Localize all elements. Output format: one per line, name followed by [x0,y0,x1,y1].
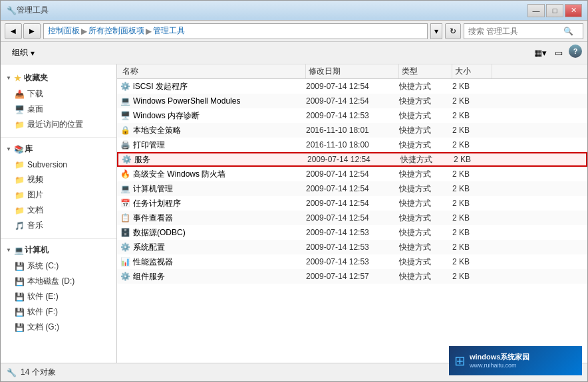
help-button[interactable]: ? [569,45,582,58]
file-name-label: 任务计划程序 [133,198,181,209]
sidebar-item-music[interactable]: 🎵 音乐 [1,218,116,233]
sidebar-item-e-drive[interactable]: 💾 软件 (E:) [1,289,116,304]
sidebar: ▼ ★ 收藏夹 📥 下载 🖥️ 桌面 📁 最近访问的位置 [1,64,117,363]
computer-header[interactable]: ▼ 💻 计算机 [1,242,116,258]
sidebar-item-subversion[interactable]: 📁 Subversion [1,157,116,172]
sidebar-item-label: 下载 [27,88,43,100]
table-row[interactable]: 🖥️ Windows 内存诊断 2009-07-14 12:53 快捷方式 2 … [117,108,587,123]
sidebar-item-f-drive[interactable]: 💾 软件 (F:) [1,304,116,320]
table-row[interactable]: 🔒 本地安全策略 2016-11-10 18:01 快捷方式 2 KB [117,123,587,138]
address-box[interactable]: 控制面板 ▶ 所有控制面板项 ▶ 管理工具 [43,23,428,39]
file-name-label: 性能监视器 [133,256,173,268]
table-row[interactable]: 📊 性能监视器 2009-07-14 12:53 快捷方式 2 KB [117,254,587,269]
f-drive-icon: 💾 [14,307,25,318]
sidebar-item-pictures[interactable]: 📁 图片 [1,187,116,203]
file-size-cell: 2 KB [452,272,492,281]
change-view-button[interactable]: ▦▾ [531,45,549,62]
file-type-cell: 快捷方式 [399,96,452,107]
file-icon: 🖨️ [120,140,130,150]
table-row[interactable]: 📅 任务计划程序 2009-07-14 12:54 快捷方式 2 KB [117,196,587,211]
search-icon[interactable]: 🔍 [561,24,575,39]
col-header-type[interactable]: 类型 [399,64,452,78]
sidebar-item-g-drive[interactable]: 💾 文档 (G:) [1,320,116,335]
file-name-cell: ⚙️ 系统配置 [120,242,306,253]
library-arrow: ▼ [6,146,11,152]
favorites-header[interactable]: ▼ ★ 收藏夹 [1,70,116,86]
table-row[interactable]: ⚙️ 服务 2009-07-14 12:54 快捷方式 2 KB [117,152,587,167]
path-all-items[interactable]: 所有控制面板项 [88,25,144,37]
search-input[interactable] [468,27,561,36]
col-header-name[interactable]: 名称 [120,64,306,78]
file-date-cell: 2009-07-14 12:53 [306,257,399,266]
statusbar: 🔧 14 个对象 ⊞ windows系统家园 www.ruihaitu.com [1,363,587,381]
file-name-cell: 🖨️ 打印管理 [120,140,306,151]
table-row[interactable]: ⚙️ iSCSI 发起程序 2009-07-14 12:54 快捷方式 2 KB [117,79,587,94]
table-row[interactable]: 🖨️ 打印管理 2016-11-10 18:00 快捷方式 2 KB [117,138,587,152]
table-row[interactable]: ⚙️ 组件服务 2009-07-14 12:57 快捷方式 2 KB [117,269,587,284]
sidebar-item-label: 音乐 [27,220,43,231]
table-row[interactable]: ⚙️ 系统配置 2009-07-14 12:53 快捷方式 2 KB [117,240,587,254]
sidebar-item-label: 软件 (F:) [27,306,58,318]
sidebar-item-label: 系统 (C:) [27,260,59,272]
organize-button[interactable]: 组织 ▾ [6,45,41,62]
file-size-cell: 2 KB [452,169,492,179]
maximize-button[interactable]: □ [546,4,563,17]
computer-icon: 💻 [14,245,25,256]
file-icon: ⚙️ [120,271,130,282]
column-headers: 名称 修改日期 类型 大小 [117,64,587,79]
back-button[interactable]: ◀ [5,23,22,39]
watermark: ⊞ windows系统家园 www.ruihaitu.com [449,346,582,375]
forward-button[interactable]: ▶ [23,23,41,39]
file-name-label: 计算机管理 [133,183,173,195]
sidebar-item-label: 图片 [27,189,43,201]
file-name-label: 高级安全 Windows 防火墙 [133,169,225,180]
file-icon: 🔥 [120,169,130,179]
file-date-cell: 2009-07-14 12:54 [306,184,399,193]
library-header[interactable]: ▼ 📚 库 [1,141,116,157]
minimize-button[interactable]: — [527,4,545,17]
computer-label: 计算机 [25,244,49,256]
sidebar-item-label: 桌面 [27,104,43,115]
sidebar-item-video[interactable]: 📁 视频 [1,172,116,187]
path-control-panel[interactable]: 控制面板 [48,25,80,37]
file-list: ⚙️ iSCSI 发起程序 2009-07-14 12:54 快捷方式 2 KB… [117,79,587,363]
table-row[interactable]: 🗄️ 数据源(ODBC) 2009-07-14 12:53 快捷方式 2 KB [117,225,587,240]
sidebar-item-label: 本地磁盘 (D:) [27,276,74,287]
file-date-cell: 2009-07-14 12:54 [306,213,399,223]
desktop-folder-icon: 🖥️ [14,104,25,115]
file-icon: ⚙️ [121,154,132,165]
sidebar-item-d-drive[interactable]: 💾 本地磁盘 (D:) [1,274,116,289]
file-icon: 🗄️ [120,227,130,238]
sidebar-divider-2 [1,239,116,239]
close-button[interactable]: ✕ [565,4,582,17]
sidebar-item-label: Subversion [27,160,67,169]
table-row[interactable]: 💻 计算机管理 2009-07-14 12:54 快捷方式 2 KB [117,181,587,196]
table-row[interactable]: 📋 事件查看器 2009-07-14 12:54 快捷方式 2 KB [117,211,587,225]
sidebar-item-desktop[interactable]: 🖥️ 桌面 [1,102,116,117]
subversion-folder-icon: 📁 [14,159,25,170]
preview-pane-button[interactable]: ▭ [550,45,567,62]
file-type-cell: 快捷方式 [400,154,454,165]
sidebar-item-download[interactable]: 📥 下载 [1,86,116,102]
sidebar-item-documents[interactable]: 📁 文档 [1,203,116,218]
sidebar-item-label: 最近访问的位置 [27,119,83,130]
file-list-area: 名称 修改日期 类型 大小 ⚙️ iSCSI 发起程序 2009-07-14 1… [117,64,587,363]
file-name-label: 服务 [134,154,150,165]
refresh-button[interactable]: ↻ [445,23,461,39]
file-size-cell: 2 KB [452,257,492,266]
watermark-text: windows系统家园 [470,352,529,362]
library-icon: 📚 [14,144,25,155]
search-box[interactable]: 🔍 [464,23,583,39]
file-name-cell: ⚙️ 组件服务 [120,271,306,282]
g-drive-icon: 💾 [14,322,25,333]
address-dropdown-button[interactable]: ▾ [430,23,442,39]
sidebar-item-recent[interactable]: 📁 最近访问的位置 [1,117,116,132]
col-header-size[interactable]: 大小 [452,64,492,78]
file-icon: 📅 [120,198,130,209]
sidebar-item-c-drive[interactable]: 💾 系统 (C:) [1,258,116,274]
file-type-cell: 快捷方式 [399,125,452,136]
table-row[interactable]: 🔥 高级安全 Windows 防火墙 2009-07-14 12:54 快捷方式… [117,167,587,181]
table-row[interactable]: 💻 Windows PowerShell Modules 2009-07-14 … [117,94,587,108]
col-header-date[interactable]: 修改日期 [306,64,399,78]
path-admin-tools[interactable]: 管理工具 [153,25,185,37]
